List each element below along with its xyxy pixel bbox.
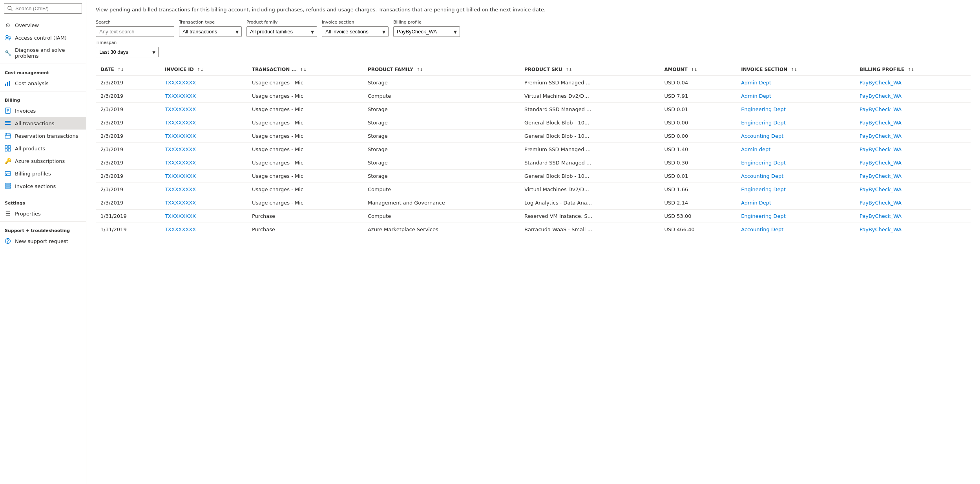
invoice-id-link[interactable]: TXXXXXXXX (165, 213, 196, 219)
cell-invoice-id: TXXXXXXXX (160, 143, 247, 156)
billing-profile-link[interactable]: PayByCheck_WA (860, 133, 902, 139)
invoice-section-link[interactable]: Admin dept (741, 146, 770, 152)
search-input[interactable] (96, 26, 174, 37)
svg-rect-26 (5, 187, 11, 188)
sidebar-item-diagnose[interactable]: 🔧 Diagnose and solve problems (0, 44, 86, 62)
invoice-section-link[interactable]: Engineering Dept (741, 213, 786, 219)
billing-profile-link[interactable]: PayByCheck_WA (860, 146, 902, 152)
sidebar-item-billing-profiles[interactable]: Billing profiles (0, 167, 86, 180)
invoice-sections-icon (5, 183, 11, 189)
cell-invoice-id: TXXXXXXXX (160, 183, 247, 196)
invoice-id-link[interactable]: TXXXXXXXX (165, 120, 196, 126)
invoice-id-link[interactable]: TXXXXXXXX (165, 173, 196, 179)
svg-rect-19 (5, 146, 7, 148)
billing-profile-link[interactable]: PayByCheck_WA (860, 226, 902, 232)
cell-product-sku: Log Analytics - Data Ana... (520, 196, 659, 210)
search-input[interactable] (4, 3, 82, 14)
transaction-type-select[interactable]: All transactions Purchases Refunds Usage… (179, 26, 242, 37)
col-product-family[interactable]: PRODUCT FAMILY ↑↓ (363, 64, 520, 76)
col-transaction[interactable]: TRANSACTION ... ↑↓ (247, 64, 363, 76)
cell-invoice-id: TXXXXXXXX (160, 210, 247, 223)
col-product-sku[interactable]: PRODUCT SKU ↑↓ (520, 64, 659, 76)
sidebar-item-invoices[interactable]: Invoices (0, 104, 86, 117)
col-date[interactable]: DATE ↑↓ (96, 64, 160, 76)
col-invoice-section[interactable]: INVOICE SECTION ↑↓ (736, 64, 855, 76)
table-row: 2/3/2019 TXXXXXXXX Usage charges - Mic C… (96, 183, 971, 196)
product-family-filter-group: Product family All product families Comp… (246, 20, 317, 37)
timespan-select[interactable]: Last 30 days Last 60 days Last 90 days C… (96, 47, 159, 57)
sidebar-item-new-support[interactable]: ? New support request (0, 235, 86, 247)
invoice-id-link[interactable]: TXXXXXXXX (165, 160, 196, 166)
invoice-section-link[interactable]: Admin Dept (741, 80, 771, 86)
cell-invoice-id: TXXXXXXXX (160, 196, 247, 210)
cell-invoice-id: TXXXXXXXX (160, 76, 247, 89)
invoice-id-link[interactable]: TXXXXXXXX (165, 146, 196, 152)
invoice-section-link[interactable]: Admin Dept (741, 200, 771, 206)
invoice-section-link[interactable]: Engineering Dept (741, 186, 786, 192)
cell-billing-profile: PayByCheck_WA (855, 103, 971, 116)
invoice-id-link[interactable]: TXXXXXXXX (165, 133, 196, 139)
invoice-id-link[interactable]: TXXXXXXXX (165, 80, 196, 86)
svg-rect-11 (5, 122, 11, 123)
invoice-section-link[interactable]: Engineering Dept (741, 160, 786, 166)
cell-transaction: Usage charges - Mic (247, 196, 363, 210)
billing-profile-link[interactable]: PayByCheck_WA (860, 213, 902, 219)
table-row: 2/3/2019 TXXXXXXXX Usage charges - Mic S… (96, 116, 971, 130)
cell-product-family: Management and Governance (363, 196, 520, 210)
sidebar-item-properties[interactable]: ☰ Properties (0, 207, 86, 220)
cell-billing-profile: PayByCheck_WA (855, 210, 971, 223)
invoice-section-link[interactable]: Engineering Dept (741, 120, 786, 126)
billing-profile-link[interactable]: PayByCheck_WA (860, 186, 902, 192)
reservation-icon (5, 133, 11, 139)
invoice-id-link[interactable]: TXXXXXXXX (165, 200, 196, 206)
invoice-section-link[interactable]: Accounting Dept (741, 226, 783, 232)
table-row: 2/3/2019 TXXXXXXXX Usage charges - Mic S… (96, 76, 971, 89)
sidebar-item-iam[interactable]: Access control (IAM) (0, 31, 86, 44)
sidebar-item-cost-analysis[interactable]: Cost analysis (0, 77, 86, 89)
product-family-sort-icon: ↑↓ (416, 68, 423, 72)
cell-date: 2/3/2019 (96, 170, 160, 183)
product-family-select[interactable]: All product families Compute Storage Net… (246, 26, 317, 37)
sidebar-item-all-transactions[interactable]: All transactions (0, 117, 86, 130)
col-billing-profile[interactable]: BILLING PROFILE ↑↓ (855, 64, 971, 76)
col-amount[interactable]: AMOUNT ↑↓ (659, 64, 736, 76)
billing-profile-link[interactable]: PayByCheck_WA (860, 93, 902, 99)
sidebar-item-azure-subscriptions[interactable]: 🔑 Azure subscriptions (0, 155, 86, 167)
table-row: 1/31/2019 TXXXXXXXX Purchase Azure Marke… (96, 223, 971, 236)
svg-rect-20 (8, 146, 11, 148)
svg-rect-23 (6, 174, 7, 175)
invoice-id-link[interactable]: TXXXXXXXX (165, 106, 196, 112)
sidebar-item-invoice-sections[interactable]: Invoice sections (0, 180, 86, 192)
page-description: View pending and billed transactions for… (96, 6, 971, 13)
cell-product-sku: General Block Blob - 10... (520, 116, 659, 130)
invoice-id-link[interactable]: TXXXXXXXX (165, 226, 196, 232)
sidebar-item-overview[interactable]: ⊙ Overview (0, 19, 86, 31)
billing-profile-link[interactable]: PayByCheck_WA (860, 120, 902, 126)
invoice-id-link[interactable]: TXXXXXXXX (165, 93, 196, 99)
sidebar-item-label: Cost analysis (15, 80, 49, 86)
cell-invoice-id: TXXXXXXXX (160, 130, 247, 143)
invoice-section-link[interactable]: Accounting Dept (741, 133, 783, 139)
invoice-section-select[interactable]: All invoice sections Admin Dept Engineer… (322, 26, 389, 37)
cell-invoice-section: Accounting Dept (736, 223, 855, 236)
col-invoice-id[interactable]: INVOICE ID ↑↓ (160, 64, 247, 76)
sidebar-item-reservation-transactions[interactable]: Reservation transactions (0, 130, 86, 142)
sidebar-item-all-products[interactable]: All products (0, 142, 86, 155)
cell-transaction: Usage charges - Mic (247, 103, 363, 116)
invoice-section-link[interactable]: Engineering Dept (741, 106, 786, 112)
billing-profile-link[interactable]: PayByCheck_WA (860, 160, 902, 166)
cell-transaction: Usage charges - Mic (247, 170, 363, 183)
invoice-section-filter-group: Invoice section All invoice sections Adm… (322, 20, 389, 37)
table-row: 2/3/2019 TXXXXXXXX Usage charges - Mic S… (96, 130, 971, 143)
billing-profile-select[interactable]: PayByCheck_WA (393, 26, 460, 37)
cell-billing-profile: PayByCheck_WA (855, 170, 971, 183)
cell-invoice-id: TXXXXXXXX (160, 116, 247, 130)
billing-profile-link[interactable]: PayByCheck_WA (860, 173, 902, 179)
invoice-section-link[interactable]: Admin Dept (741, 93, 771, 99)
billing-profile-link[interactable]: PayByCheck_WA (860, 80, 902, 86)
billing-profile-link[interactable]: PayByCheck_WA (860, 106, 902, 112)
invoice-section-link[interactable]: Accounting Dept (741, 173, 783, 179)
invoice-id-link[interactable]: TXXXXXXXX (165, 186, 196, 192)
cell-invoice-section: Engineering Dept (736, 210, 855, 223)
billing-profile-link[interactable]: PayByCheck_WA (860, 200, 902, 206)
